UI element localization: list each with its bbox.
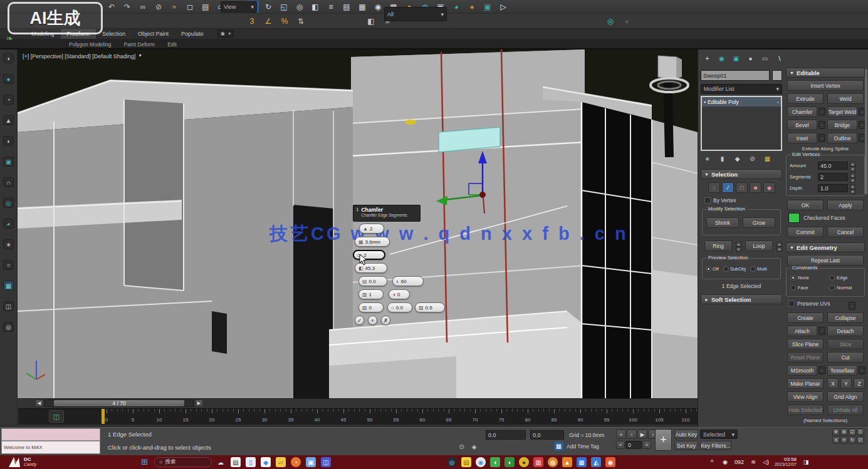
reference-coordinate-combo[interactable]: View▾: [221, 1, 257, 13]
editable-extrude-button[interactable]: Extrude: [787, 93, 824, 104]
edit-geometry-planar-z-button[interactable]: Z: [854, 378, 865, 389]
weather-icon[interactable]: ☁: [216, 457, 226, 467]
pan-icon[interactable]: ✛: [840, 436, 848, 444]
edit-geometry-create-button[interactable]: Create: [787, 312, 824, 323]
grow-button[interactable]: Grow: [743, 217, 775, 228]
preview-selection-radio-subobj[interactable]: SubObj: [723, 266, 746, 272]
settings-box-icon[interactable]: ▫: [818, 366, 825, 374]
align-icon[interactable]: ≡: [325, 1, 337, 13]
undo-icon[interactable]: ↶: [105, 1, 118, 13]
render-last-icon[interactable]: ●: [620, 15, 633, 27]
file-explorer-icon[interactable]: ▱: [276, 457, 286, 467]
percent-snap-icon[interactable]: %: [278, 15, 291, 27]
maxscript-mini-listener-white[interactable]: Welcome to MAX: [1, 441, 100, 454]
sticky-notes-icon[interactable]: ▤: [461, 457, 471, 467]
blue-tile-app-icon[interactable]: ▦: [577, 457, 587, 467]
ribbon-subtab-paint-deform[interactable]: Paint Deform: [118, 39, 162, 49]
editable-rollout-header[interactable]: ▼Editable: [786, 68, 865, 78]
polygon-subobject-icon[interactable]: ■: [750, 182, 761, 193]
preview-selection-radio-multi[interactable]: Multi: [750, 266, 767, 272]
isolate-selection-icon[interactable]: ⊙: [456, 441, 467, 452]
zoom-extents-icon[interactable]: ◱: [849, 428, 856, 436]
caddy-quad-pill[interactable]: ▨0.5: [415, 302, 445, 312]
rail-sphere-icon[interactable]: ◕: [3, 219, 14, 229]
select-and-link-icon[interactable]: ∞: [137, 1, 149, 13]
selection-lock-icon[interactable]: ◈: [469, 441, 479, 452]
caddy-threshold-pill[interactable]: ○0.0: [387, 302, 412, 312]
caddy-chamfer-amount-pill[interactable]: ▦3.6mm: [355, 237, 390, 247]
editable-param-field[interactable]: 45.0: [818, 162, 848, 170]
caddy-cancel-button[interactable]: ✗: [381, 316, 390, 325]
caddy-apply-button[interactable]: +: [368, 316, 377, 325]
workspace-flag-icon[interactable]: ▷: [497, 1, 510, 13]
ribbon-tab-object-paint[interactable]: Object Paint: [132, 29, 175, 39]
taskbar-search[interactable]: ○ 搜索: [154, 457, 212, 467]
configure-modifier-icon[interactable]: ▦: [762, 153, 773, 163]
render-iterative-icon[interactable]: ◎: [604, 15, 617, 27]
checkbox-box[interactable]: [704, 197, 711, 204]
next-key-button[interactable]: »: [642, 441, 651, 449]
edit-geometry-detach-button[interactable]: Detach: [827, 326, 864, 336]
rail-orbit-icon[interactable]: ◎: [3, 198, 14, 208]
ribbon-toggle-icon[interactable]: ▦: [356, 1, 369, 13]
rail-star-icon[interactable]: ∗: [3, 239, 14, 249]
rail-shape-icon[interactable]: ◗: [3, 136, 14, 146]
layer-manager-icon[interactable]: ▤: [340, 1, 353, 13]
set-keys-button[interactable]: +: [655, 429, 672, 451]
editable-ok-button[interactable]: OK: [787, 200, 824, 210]
edge-subobject-icon[interactable]: ∕: [722, 182, 734, 193]
editable-weld-button[interactable]: Weld: [827, 93, 864, 104]
element-subobject-icon[interactable]: ◆: [763, 182, 775, 193]
go-start-button[interactable]: «: [616, 430, 626, 439]
auto-key-button[interactable]: Auto Key: [674, 430, 698, 439]
editable-commit-button[interactable]: Commit: [787, 227, 824, 237]
loop-spinner[interactable]: ▲▼: [776, 242, 782, 250]
coordinate-y-field[interactable]: 0.0: [530, 430, 564, 440]
recorder-logo[interactable]: DC Candy: [8, 456, 36, 468]
utilities-tab-icon[interactable]: ∖: [774, 53, 785, 63]
time-slider-thumb[interactable]: 4 / 70: [54, 400, 184, 406]
settings-box-icon[interactable]: ▫: [818, 327, 825, 335]
display-tab-icon[interactable]: ▭: [760, 53, 770, 63]
edit-geometry-view-align-button[interactable]: View Align: [787, 391, 824, 402]
rail-cloud-icon[interactable]: ◔: [3, 95, 14, 105]
rail-arc-icon[interactable]: ∩: [3, 177, 14, 187]
ribbon-subtab-polygon-modeling[interactable]: Polygon Modeling: [63, 39, 118, 49]
render-production-icon[interactable]: ◕: [450, 1, 463, 13]
wechat-icon[interactable]: ◖: [490, 457, 500, 467]
recorder-app-icon[interactable]: ◉: [605, 457, 615, 467]
volume-icon[interactable]: ◁): [763, 459, 769, 465]
remove-modifier-icon[interactable]: ⊘: [747, 153, 758, 163]
settings-box-icon[interactable]: ▫: [849, 302, 855, 310]
caddy-depth-pill[interactable]: ▤0.0: [358, 276, 387, 286]
time-slider-next-button[interactable]: ▶: [195, 399, 203, 407]
caddy-open-pill[interactable]: ◑0: [389, 289, 410, 299]
selected-keyset-dropdown[interactable]: Selected▾: [700, 430, 738, 439]
select-by-name-icon[interactable]: ▤: [199, 1, 212, 13]
open-mini-curve-editor-icon[interactable]: ◫: [49, 410, 64, 423]
rail-panel-icon[interactable]: ▣: [3, 157, 14, 167]
editable-apply-button[interactable]: Apply: [827, 200, 864, 210]
edit-geometry-attach-button[interactable]: Attach: [787, 326, 817, 336]
add-time-tag[interactable]: Add Time Tag: [567, 443, 599, 450]
chrome-icon[interactable]: ◉: [476, 457, 486, 467]
object-color-swatch[interactable]: [772, 70, 782, 81]
ribbon-tab-populate[interactable]: Populate: [175, 29, 210, 39]
fov-icon[interactable]: ∢: [832, 436, 840, 444]
notification-center-icon[interactable]: ◨: [802, 457, 810, 468]
editable-cancel-button[interactable]: Cancel: [827, 227, 864, 237]
hierarchy-tab-icon[interactable]: ▣: [731, 53, 741, 63]
prev-frame-button[interactable]: ‹: [627, 430, 637, 439]
orange-app-icon[interactable]: ◍: [548, 457, 558, 467]
rail-cone-icon[interactable]: ▲: [3, 115, 14, 125]
tray-language-indicator[interactable]: 092: [735, 459, 744, 465]
editable-target-weld-button[interactable]: Target Weld: [827, 106, 857, 117]
panel-scrollbar[interactable]: [865, 69, 867, 194]
autodesk-icon[interactable]: ▲: [562, 457, 572, 467]
edit-geometry-preserve-uvs-checkbox[interactable]: Preserve UVs: [788, 301, 830, 307]
bind-to-spacewarp-icon[interactable]: ≈: [168, 1, 180, 13]
maximize-viewport-icon[interactable]: ◰: [857, 436, 864, 444]
edit-geometry-reset-plane-button[interactable]: Reset Plane: [787, 352, 824, 363]
editable-bridge-button[interactable]: Bridge: [827, 120, 857, 130]
edit-geometry-rollout-header[interactable]: ▼Edit Geometry: [786, 242, 865, 252]
